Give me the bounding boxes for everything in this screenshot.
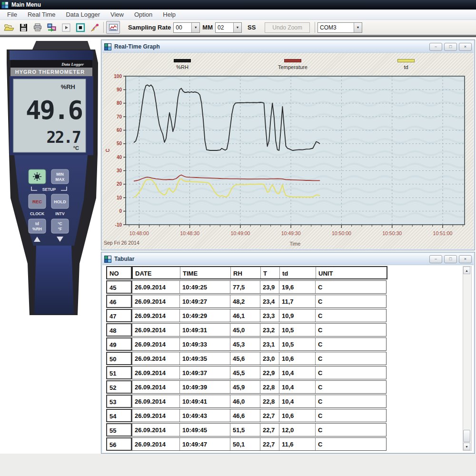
graph-window-titlebar[interactable]: Real-Time Graph − □ × [102, 41, 474, 53]
legend-label: Temperature [271, 64, 314, 70]
table-cell: 10:49:43 [180, 409, 230, 422]
table-cell: 22,8 [260, 395, 279, 407]
table-row[interactable]: 5526.09.201410:49:4551,522,712,0C [106, 423, 387, 436]
menu-item-file[interactable]: File [2, 10, 22, 19]
vertical-scrollbar[interactable]: ▲ ▼ [463, 266, 472, 451]
table-cell: 10:49:29 [180, 309, 230, 322]
table-cell: 10:49:33 [180, 338, 230, 350]
menu-item-data-logger[interactable]: Data Logger [60, 10, 105, 19]
minimize-button[interactable]: − [429, 255, 442, 263]
menu-item-help[interactable]: Help [158, 10, 181, 19]
table-row[interactable]: 5626.09.201410:49:4750,122,711,6C [106, 437, 387, 451]
lcd-temp-unit: °C [73, 145, 79, 151]
table-cell: 10,5 [279, 324, 316, 336]
close-button[interactable]: × [459, 255, 472, 263]
table-cell: 23,2 [260, 324, 279, 336]
svg-text:0: 0 [119, 208, 122, 214]
legend-item-RH: %RH [161, 59, 204, 70]
stop-record-icon[interactable] [74, 21, 87, 33]
table-row[interactable]: 5226.09.201410:49:3945,922,810,4C [106, 380, 387, 394]
svg-text:10:48:30: 10:48:30 [180, 230, 199, 236]
table-cell: C [316, 409, 386, 422]
scroll-down-icon[interactable]: ▼ [463, 443, 470, 450]
table-row[interactable]: 4926.09.201410:49:3345,323,110,5C [106, 337, 387, 351]
row-number-cell: 51 [106, 366, 132, 379]
realtime-chart[interactable]: 1009080706050403020100-1010:48:0010:48:3… [103, 71, 475, 248]
table-row[interactable]: 5026.09.201410:49:3545,623,010,6C [106, 352, 387, 365]
device-top-cap [32, 41, 90, 50]
table-row[interactable]: 4526.09.201410:49:2577,523,919,6C [106, 280, 387, 294]
menu-item-option[interactable]: Option [129, 10, 158, 19]
table-cell: 10,4 [279, 367, 316, 379]
menu-item-view[interactable]: View [105, 10, 129, 19]
table-cell: 23,4 [260, 295, 279, 307]
table-cell: 46,6 [230, 409, 260, 422]
table-row[interactable]: 4726.09.201410:49:2946,123,310,9C [106, 309, 387, 322]
main-titlebar: Main Menu [0, 0, 476, 10]
table-cell: 10:49:35 [180, 352, 230, 365]
sampling-seconds-combo[interactable]: 02 ▼ [215, 22, 242, 33]
app-icon [1, 1, 9, 9]
seconds-unit-label: SS [248, 24, 256, 31]
maximize-button[interactable]: □ [444, 43, 457, 51]
table-row[interactable]: 5326.09.201410:49:4146,022,810,4C [106, 395, 387, 408]
row-number-cell: 45 [106, 280, 132, 294]
table-row[interactable]: 5126.09.201410:49:3745,522,910,4C [106, 366, 387, 379]
table-cell: 11,6 [279, 438, 316, 450]
table-cell: 10,4 [279, 381, 316, 393]
graph-window-title: Real-Time Graph [114, 43, 427, 50]
play-icon[interactable] [60, 21, 72, 33]
legend-swatch [397, 59, 415, 62]
print-icon[interactable] [31, 21, 44, 33]
table-row[interactable]: 5426.09.201410:49:4346,622,710,6C [106, 409, 387, 422]
chevron-down-icon[interactable]: ▼ [354, 23, 362, 32]
save-icon[interactable] [17, 21, 30, 33]
table-cell: 45,3 [230, 338, 260, 350]
row-number-cell: 47 [106, 309, 132, 322]
table-row[interactable]: 4626.09.201410:49:2748,223,411,7C [106, 295, 387, 308]
column-header: DATE [133, 267, 180, 278]
column-header-no: NO [106, 266, 132, 279]
open-file-icon[interactable] [2, 21, 15, 33]
close-button[interactable]: × [459, 43, 472, 51]
table-cell: 10:49:47 [180, 438, 230, 450]
menu-item-real-time[interactable]: Real Time [22, 10, 61, 19]
table-cell: 26.09.2014 [132, 338, 180, 350]
scrollbar-thumb[interactable] [463, 430, 470, 442]
table-cell: 19,6 [279, 281, 316, 293]
com-port-combo[interactable]: COM3 ▼ [317, 22, 362, 33]
intv-label: INTV [55, 211, 65, 216]
table-cell: 45,6 [230, 352, 260, 365]
tabular-window-titlebar[interactable]: Tabular − □ × [102, 253, 474, 265]
scroll-up-icon[interactable]: ▲ [463, 267, 470, 274]
table-cell: 22,7 [260, 438, 279, 450]
pen-color-icon[interactable] [88, 21, 101, 33]
table-cell: 26.09.2014 [132, 395, 180, 407]
device-handle [34, 246, 74, 314]
table-cell: 10,9 [279, 309, 316, 322]
chevron-down-icon[interactable]: ▼ [191, 23, 199, 32]
table-cell: C [316, 338, 386, 350]
sampling-minutes-combo[interactable]: 00 ▼ [173, 22, 200, 33]
table-cell: 26.09.2014 [132, 409, 180, 422]
table-cell: 51,5 [230, 424, 260, 436]
svg-text:60: 60 [117, 128, 122, 133]
svg-text:10:50:00: 10:50:00 [332, 230, 351, 236]
export-data-icon[interactable] [45, 21, 58, 33]
table-cell: 10:49:45 [180, 424, 230, 436]
lcd-humidity-value: 49.6 [26, 95, 82, 125]
legend-item-td: td [385, 59, 427, 70]
table-cell: 77,5 [230, 281, 260, 293]
table-cell: 46,0 [230, 395, 260, 407]
maximize-button[interactable]: □ [444, 255, 457, 263]
table-cell: 23,3 [260, 309, 279, 322]
tabular-window: Tabular − □ × NODATETIMERHTtdUNIT4526.09… [101, 252, 475, 454]
table-cell: 11,7 [279, 295, 316, 307]
graph-view-icon[interactable] [106, 21, 120, 34]
table-cell: 10:49:25 [180, 281, 230, 293]
chevron-down-icon[interactable]: ▼ [233, 23, 241, 32]
table-row[interactable]: 4826.09.201410:49:3145,023,210,5C [106, 323, 387, 337]
minimize-button[interactable]: − [429, 43, 442, 51]
undo-zoom-button[interactable]: Undo Zoom [265, 22, 310, 33]
table-cell: 45,5 [230, 367, 260, 379]
